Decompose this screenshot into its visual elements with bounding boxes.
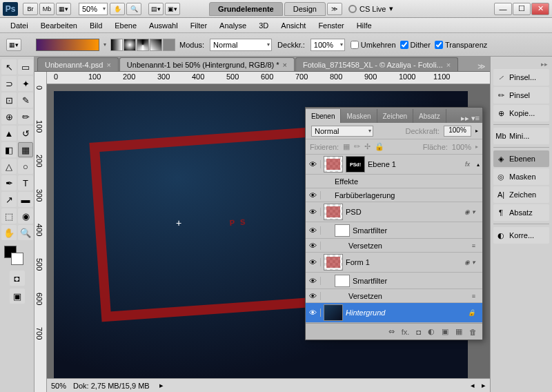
marquee-tool[interactable]: ▭ (18, 59, 33, 75)
tab-ebenen[interactable]: Ebenen (306, 109, 341, 123)
tool-preset-button[interactable]: ▦▾ (6, 39, 21, 51)
layer-versetzen-1[interactable]: 👁Versetzen≡ (306, 239, 482, 253)
pen-tool[interactable]: ✒ (1, 175, 17, 190)
close-button[interactable]: ✕ (531, 3, 549, 15)
arrange-button[interactable]: ▤▾ (148, 3, 164, 15)
dither-checkbox[interactable]: Dither (400, 41, 431, 49)
maximize-button[interactable]: ☐ (513, 3, 531, 15)
new-layer-button[interactable]: ▦ (455, 327, 462, 336)
doc-tab-2[interactable]: Unbenannt-1 bei 50% (Hintergrund, RGB/8)… (119, 57, 295, 71)
screenmode-button[interactable]: ▣▾ (165, 3, 180, 15)
opacity-input[interactable]: 100% (444, 126, 471, 137)
workspace-more[interactable]: ≫ (327, 3, 342, 15)
tabs-more[interactable]: ≫ (473, 62, 490, 71)
dodge-tool[interactable]: ○ (18, 159, 33, 174)
layer-effekte[interactable]: Effekte (306, 175, 482, 188)
hand-button[interactable]: ✋ (110, 3, 125, 15)
layer-farbueberlagerung[interactable]: 👁Farbüberlagerung (306, 188, 482, 202)
layer-hintergrund[interactable]: 👁 Hintergrund🔒 (306, 303, 482, 323)
wand-tool[interactable]: ✦ (18, 76, 33, 91)
layer-ebene1[interactable]: 👁 PSd!Ebene 1fx▴ (306, 155, 482, 175)
fill-input[interactable]: 100% (452, 143, 471, 151)
menu-ansicht[interactable]: Ansicht (275, 18, 312, 32)
minibridge-button[interactable]: Mb (39, 3, 55, 15)
dock-masken[interactable]: ◎Masken (493, 168, 549, 185)
brush-tool[interactable]: ✏ (18, 109, 33, 124)
3d-camera-tool[interactable]: ◉ (18, 208, 33, 224)
panel-more[interactable]: ▸▸ (461, 114, 469, 123)
blur-tool[interactable]: △ (1, 159, 17, 174)
menu-filter[interactable]: Filter (184, 18, 213, 32)
zoom-dropdown[interactable]: 50% (79, 3, 108, 15)
heal-tool[interactable]: ⊕ (1, 109, 17, 124)
eyedropper-tool[interactable]: ✎ (18, 92, 33, 108)
gradient-angle[interactable] (137, 39, 149, 51)
gradient-preview[interactable] (36, 39, 99, 51)
lasso-tool[interactable]: ⊃ (1, 76, 17, 91)
tab-masken[interactable]: Masken (341, 109, 377, 123)
zoom-tool[interactable]: 🔍 (18, 225, 33, 240)
hand-tool[interactable]: ✋ (1, 225, 17, 240)
path-tool[interactable]: ↗ (1, 192, 17, 207)
mask-button[interactable]: ◘ (416, 328, 421, 336)
workspace-design[interactable]: Design (284, 2, 326, 16)
group-button[interactable]: ▣ (442, 327, 448, 336)
layer-psd[interactable]: 👁 PSD◉ ▾ (306, 202, 482, 222)
color-swatches[interactable] (1, 246, 32, 268)
workspace-grundelemente[interactable]: Grundelemente (209, 2, 283, 16)
tab-zeichen[interactable]: Zeichen (377, 109, 414, 123)
stamp-tool[interactable]: ▲ (1, 126, 17, 141)
delete-button[interactable]: 🗑 (469, 328, 477, 336)
dock-zeichen[interactable]: A|Zeichen (493, 186, 549, 203)
layer-smartfilter-1[interactable]: 👁Smartfilter (306, 222, 482, 239)
gradient-linear[interactable] (110, 39, 123, 51)
quickmask-button[interactable]: ◘ (10, 271, 25, 286)
gradient-tool[interactable]: ▦ (18, 142, 33, 157)
cslive-button[interactable]: CS Live ▾ (348, 4, 393, 13)
tab-absatz[interactable]: Absatz (413, 109, 446, 123)
layer-versetzen-2[interactable]: 👁Versetzen≡ (306, 289, 482, 303)
dock-pinsel-presets[interactable]: ⟋Pinsel... (493, 69, 549, 86)
lock-move-icon[interactable]: ✢ (364, 142, 371, 151)
fx-button[interactable]: fx. (402, 328, 410, 336)
lock-all-icon[interactable]: 🔒 (375, 142, 384, 151)
menu-3d[interactable]: 3D (253, 18, 275, 32)
history-brush-tool[interactable]: ↺ (18, 126, 33, 141)
close-icon[interactable]: × (106, 61, 110, 69)
background-swatch[interactable] (11, 253, 23, 265)
layout-button[interactable]: ▦▾ (56, 3, 71, 15)
menu-hilfe[interactable]: Hilfe (351, 18, 378, 32)
gradient-radial[interactable] (124, 39, 136, 51)
umkehren-checkbox[interactable]: Umkehren (351, 41, 396, 49)
close-icon[interactable]: × (446, 61, 451, 69)
bridge-button[interactable]: Br (23, 3, 38, 15)
zoom-button[interactable]: 🔍 (126, 3, 141, 15)
dock-ebenen[interactable]: ◈Ebenen (493, 150, 549, 167)
modus-dropdown[interactable]: Normal (210, 39, 272, 51)
doc-tab-3[interactable]: Fotolia_8715458_XL - © Azaliya - Fotoli.… (295, 57, 458, 71)
menu-analyse[interactable]: Analyse (213, 18, 253, 32)
gradient-diamond[interactable] (163, 39, 175, 51)
menu-fenster[interactable]: Fenster (312, 18, 350, 32)
type-tool[interactable]: T (18, 175, 33, 190)
gradient-reflected[interactable] (150, 39, 162, 51)
visibility-icon[interactable]: 👁 (306, 160, 321, 168)
dock-pinsel[interactable]: ✏Pinsel (493, 87, 549, 104)
lock-paint-icon[interactable]: ✏ (354, 142, 360, 151)
screenmode-tool[interactable]: ▣ (10, 288, 25, 304)
crop-tool[interactable]: ⊡ (1, 92, 17, 108)
visibility-icon[interactable]: 👁 (306, 191, 321, 199)
lock-trans-icon[interactable]: ▦ (343, 142, 350, 151)
adjustment-button[interactable]: ◐ (428, 327, 435, 336)
menu-ebene[interactable]: Ebene (108, 18, 143, 32)
visibility-icon[interactable]: 👁 (306, 277, 321, 285)
transparenz-checkbox[interactable]: Transparenz (435, 41, 487, 49)
3d-tool[interactable]: ⬚ (1, 208, 17, 224)
close-icon[interactable]: × (283, 61, 287, 69)
layer-form1[interactable]: 👁 Form 1◉ ▾ (306, 253, 482, 273)
visibility-icon[interactable]: 👁 (306, 242, 321, 250)
visibility-icon[interactable]: 👁 (306, 292, 321, 300)
visibility-icon[interactable]: 👁 (306, 258, 321, 266)
visibility-icon[interactable]: 👁 (306, 226, 321, 235)
visibility-icon[interactable]: 👁 (306, 308, 321, 317)
